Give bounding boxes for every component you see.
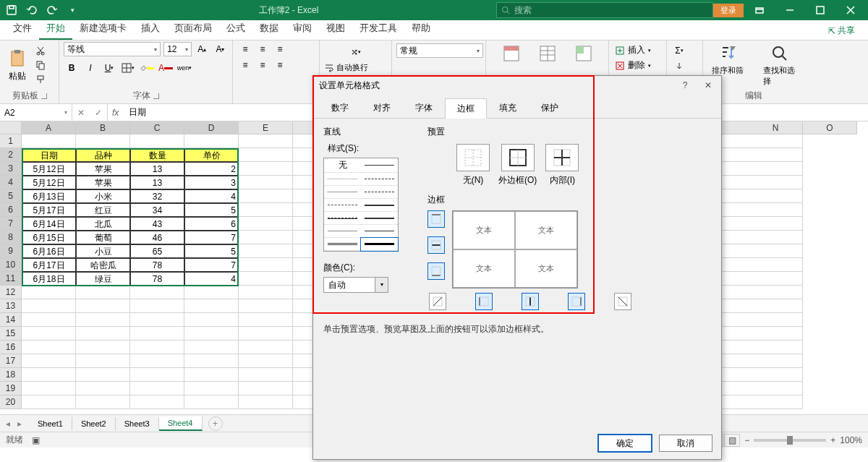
cell[interactable]: 65: [130, 244, 184, 258]
cell[interactable]: [239, 341, 293, 354]
row-header[interactable]: 4: [0, 176, 22, 189]
cell[interactable]: [130, 354, 184, 368]
cell[interactable]: 小豆: [76, 244, 130, 258]
dtab-align[interactable]: 对齐: [361, 98, 403, 118]
cell[interactable]: [184, 382, 239, 395]
cell[interactable]: [239, 244, 293, 258]
cell[interactable]: 品种: [76, 148, 130, 162]
cell[interactable]: 5月12日: [22, 176, 76, 189]
col-header[interactable]: D: [184, 121, 239, 134]
zoom-slider[interactable]: [754, 439, 826, 442]
cell[interactable]: [749, 368, 803, 382]
row-header[interactable]: 12: [0, 286, 22, 299]
dtab-border[interactable]: 边框: [445, 98, 487, 119]
cell[interactable]: [749, 231, 803, 244]
cell[interactable]: [76, 382, 130, 395]
row-header[interactable]: 18: [0, 368, 22, 382]
font-color-button[interactable]: A: [158, 61, 174, 75]
search-box[interactable]: 搜索: [496, 2, 713, 18]
cell[interactable]: 5: [184, 244, 239, 258]
cell[interactable]: [239, 134, 293, 148]
cell[interactable]: [76, 395, 130, 409]
row-header[interactable]: 20: [0, 395, 22, 409]
cell[interactable]: [22, 299, 76, 313]
autosum-icon[interactable]: Σ ▾: [671, 43, 687, 58]
tab-newtab[interactable]: 新建选项卡: [72, 18, 134, 40]
cell[interactable]: [239, 272, 293, 286]
cell[interactable]: [130, 327, 184, 341]
cell[interactable]: 苹果: [76, 162, 130, 176]
cell[interactable]: 7: [184, 231, 239, 244]
cell[interactable]: [76, 341, 130, 354]
fill-color-button[interactable]: [139, 61, 155, 75]
enter-formula-icon[interactable]: ✓: [90, 104, 107, 121]
insert-cells-button[interactable]: 插入▾: [613, 43, 662, 57]
cell[interactable]: [130, 286, 184, 299]
align-top-icon[interactable]: ≡: [237, 42, 253, 56]
cell[interactable]: [749, 286, 803, 299]
cell[interactable]: [749, 313, 803, 327]
cell[interactable]: [239, 203, 293, 217]
fill-icon[interactable]: [671, 59, 687, 74]
cell[interactable]: [239, 162, 293, 176]
tab-insert[interactable]: 插入: [134, 18, 167, 40]
border-left-button[interactable]: [475, 293, 493, 310]
cell[interactable]: 小米: [76, 189, 130, 203]
cell[interactable]: [239, 189, 293, 203]
tab-help[interactable]: 帮助: [404, 18, 438, 40]
cell[interactable]: 6月15日: [22, 231, 76, 244]
format-painter-icon[interactable]: [33, 73, 48, 86]
cell[interactable]: [749, 189, 803, 203]
help-icon[interactable]: ?: [678, 80, 692, 90]
cut-icon[interactable]: [33, 44, 48, 57]
cell[interactable]: [76, 313, 130, 327]
cell[interactable]: 6月18日: [22, 272, 76, 286]
cell[interactable]: [76, 368, 130, 382]
wrap-text-button[interactable]: 自动换行: [324, 62, 387, 73]
row-header[interactable]: 19: [0, 382, 22, 395]
cell[interactable]: 78: [130, 258, 184, 272]
paste-button[interactable]: 粘贴: [4, 42, 30, 88]
align-middle-icon[interactable]: ≡: [255, 42, 271, 56]
cell[interactable]: 5月17日: [22, 203, 76, 217]
undo-icon[interactable]: [23, 1, 41, 19]
cell[interactable]: [22, 395, 76, 409]
cell[interactable]: [749, 134, 803, 148]
cell[interactable]: [130, 382, 184, 395]
zoom-in-button[interactable]: +: [830, 435, 835, 445]
cell[interactable]: [22, 368, 76, 382]
border-top-button[interactable]: [427, 210, 445, 228]
cell[interactable]: [130, 134, 184, 148]
bold-button[interactable]: B: [64, 61, 80, 75]
cell[interactable]: [76, 327, 130, 341]
cell[interactable]: [22, 313, 76, 327]
cell[interactable]: [749, 341, 803, 354]
dialog-titlebar[interactable]: 设置单元格格式 ? ✕: [313, 76, 721, 95]
cell[interactable]: 4: [184, 189, 239, 203]
cell[interactable]: [184, 395, 239, 409]
row-header[interactable]: 11: [0, 272, 22, 286]
select-all-corner[interactable]: [0, 121, 22, 134]
cell[interactable]: [239, 299, 293, 313]
zoom-level[interactable]: 100%: [840, 435, 862, 445]
cell[interactable]: [749, 258, 803, 272]
border-hmid-button[interactable]: [427, 236, 445, 254]
tab-view[interactable]: 视图: [319, 18, 352, 40]
row-header[interactable]: 13: [0, 299, 22, 313]
zoom-out-button[interactable]: −: [744, 435, 749, 445]
sheet-tab[interactable]: Sheet1: [29, 417, 72, 430]
cell[interactable]: [184, 368, 239, 382]
find-select-button[interactable]: 查找和选择: [759, 42, 800, 88]
cell[interactable]: [184, 286, 239, 299]
cell[interactable]: [239, 368, 293, 382]
align-bottom-icon[interactable]: ≡: [272, 42, 288, 56]
qat-dropdown-icon[interactable]: ▾: [64, 1, 81, 19]
cell[interactable]: [22, 341, 76, 354]
sheet-tab[interactable]: Sheet3: [116, 417, 159, 430]
cell[interactable]: [184, 313, 239, 327]
cell[interactable]: 葡萄: [76, 231, 130, 244]
login-button[interactable]: 登录: [713, 4, 744, 17]
cell[interactable]: 日期: [22, 148, 76, 162]
cell[interactable]: [76, 299, 130, 313]
dtab-fill[interactable]: 填充: [487, 98, 529, 118]
